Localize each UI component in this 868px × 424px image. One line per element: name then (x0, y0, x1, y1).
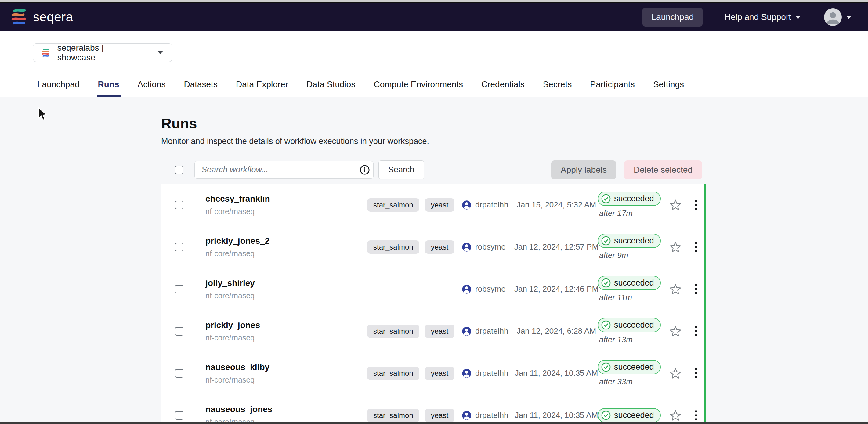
search-group (194, 161, 374, 179)
chevron-down-icon (846, 15, 851, 19)
tab-datasets[interactable]: Datasets (183, 79, 219, 97)
kebab-menu-icon[interactable] (686, 368, 706, 378)
star-button[interactable] (665, 325, 686, 338)
window-chrome-strip (0, 0, 868, 3)
run-label-pill: star_salmon (367, 240, 420, 254)
star-icon (669, 367, 682, 380)
status-label: succeeded (614, 411, 654, 420)
star-button[interactable] (665, 199, 686, 211)
info-icon (360, 165, 370, 175)
row-checkbox[interactable] (175, 285, 183, 293)
star-button[interactable] (665, 409, 686, 422)
row-checkbox[interactable] (175, 243, 183, 251)
tab-compute-environments[interactable]: Compute Environments (372, 79, 464, 97)
status-label: succeeded (614, 278, 654, 288)
chevron-down-icon (157, 51, 163, 54)
run-label-pill: yeast (425, 198, 455, 212)
workspace-dropdown-toggle[interactable] (148, 44, 172, 62)
tab-launchpad[interactable]: Launchpad (36, 79, 81, 97)
star-icon (669, 409, 682, 422)
launchpad-button[interactable]: Launchpad (643, 8, 703, 27)
run-label-pill: yeast (425, 367, 455, 380)
row-checkbox[interactable] (175, 327, 183, 335)
run-date: Jan 15, 2024, 5:32 AM (517, 200, 596, 209)
run-repo: nf-core/rnaseq (206, 376, 367, 384)
page-subtitle: Monitor and inspect the details of workf… (161, 137, 706, 146)
chevron-down-icon (795, 15, 801, 19)
run-user: drpatelhh (475, 326, 508, 336)
tab-secrets[interactable]: Secrets (542, 79, 573, 97)
star-button[interactable] (665, 367, 686, 380)
workspace-name: seqeralabs | showcase (57, 43, 141, 63)
table-row: nauseous_kilby nf-core/rnaseq star_salmo… (161, 352, 706, 394)
run-name-link[interactable]: jolly_shirley (206, 278, 367, 288)
run-labels: star_salmonyeast (367, 240, 462, 254)
search-input[interactable] (195, 161, 356, 178)
runs-toolbar: Search Apply labels Delete selected (161, 156, 706, 184)
kebab-menu-icon[interactable] (686, 200, 706, 210)
seqera-runs-page: seqera Launchpad Help and Support (0, 0, 868, 424)
search-info-button[interactable] (356, 161, 373, 178)
star-icon (669, 199, 682, 211)
tab-credentials[interactable]: Credentials (480, 79, 526, 97)
run-user: drpatelhh (475, 368, 508, 378)
run-label-pill: yeast (425, 240, 455, 254)
select-all-checkbox[interactable] (175, 166, 183, 174)
run-name-link[interactable]: nauseous_kilby (206, 362, 367, 372)
run-name-link[interactable]: prickly_jones (206, 320, 367, 330)
status-label: succeeded (614, 194, 654, 203)
kebab-menu-icon[interactable] (686, 242, 706, 252)
check-circle-icon (601, 236, 611, 246)
run-label-pill: star_salmon (367, 198, 420, 212)
row-checkbox[interactable] (175, 369, 183, 378)
table-row: prickly_jones nf-core/rnaseq star_salmon… (161, 310, 706, 352)
row-checkbox[interactable] (175, 411, 183, 420)
table-row: cheesy_franklin nf-core/rnaseq star_salm… (161, 184, 706, 226)
row-checkbox[interactable] (175, 201, 183, 209)
delete-selected-button[interactable]: Delete selected (624, 160, 702, 180)
status-badge: succeeded (597, 234, 661, 248)
tab-actions[interactable]: Actions (136, 79, 167, 97)
kebab-menu-icon[interactable] (686, 410, 706, 420)
status-badge: succeeded (597, 192, 661, 206)
apply-labels-button[interactable]: Apply labels (551, 160, 616, 180)
star-button[interactable] (665, 283, 686, 296)
run-name-link[interactable]: cheesy_franklin (206, 194, 367, 204)
user-icon (462, 411, 471, 420)
workspace-header: seqeralabs | showcase LaunchpadRunsActio… (0, 31, 868, 97)
check-circle-icon (601, 362, 611, 372)
workspace-selector[interactable]: seqeralabs | showcase (33, 43, 172, 62)
run-label-pill: yeast (425, 325, 455, 338)
run-name-link[interactable]: nauseous_jones (206, 404, 367, 414)
run-repo: nf-core/rnaseq (206, 333, 367, 342)
run-labels: star_salmonyeast (367, 409, 462, 422)
check-circle-icon (601, 320, 611, 330)
page-title: Runs (161, 115, 706, 132)
tab-runs[interactable]: Runs (97, 79, 121, 97)
run-label-pill: yeast (425, 409, 455, 422)
cursor-pointer-icon (37, 107, 49, 121)
brand-name: seqera (33, 10, 73, 24)
run-user: robsyme (475, 242, 506, 252)
kebab-menu-icon[interactable] (686, 284, 706, 294)
run-date: Jan 11, 2024, 10:35 AM (515, 368, 598, 378)
run-date: Jan 12, 2024, 6:28 AM (517, 326, 596, 336)
status-label: succeeded (614, 362, 654, 372)
run-repo: nf-core/rnaseq (206, 291, 367, 300)
table-row: prickly_jones_2 nf-core/rnaseq star_salm… (161, 226, 706, 268)
user-menu[interactable] (824, 8, 851, 26)
help-and-support-menu[interactable]: Help and Support (724, 12, 801, 22)
run-duration: after 17m (599, 209, 633, 218)
run-date: Jan 12, 2024, 12:46 PM (514, 284, 598, 294)
star-button[interactable] (665, 241, 686, 254)
brand[interactable]: seqera (9, 8, 73, 27)
run-label-pill: star_salmon (367, 367, 420, 380)
kebab-menu-icon[interactable] (686, 326, 706, 336)
status-badge: succeeded (597, 318, 661, 332)
run-name-link[interactable]: prickly_jones_2 (206, 236, 367, 246)
tab-data-studios[interactable]: Data Studios (305, 79, 356, 97)
tab-settings[interactable]: Settings (652, 79, 685, 97)
tab-participants[interactable]: Participants (589, 79, 636, 97)
tab-data-explorer[interactable]: Data Explorer (235, 79, 289, 97)
search-button[interactable]: Search (378, 160, 424, 180)
